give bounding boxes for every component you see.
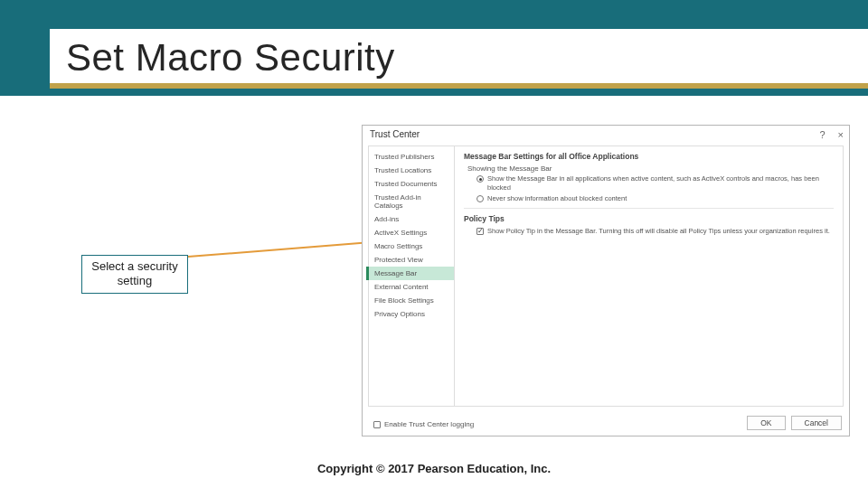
sidebar-item-macro-settings[interactable]: Macro Settings	[369, 239, 454, 253]
callout-box: Select a security setting	[81, 255, 188, 294]
slide-title: Set Macro Security	[50, 29, 868, 89]
settings-panel: Message Bar Settings for all Office Appl…	[455, 146, 843, 406]
dialog-title: Trust Center	[363, 126, 849, 141]
radio-show-message-bar[interactable]: Show the Message Bar in all applications…	[476, 174, 834, 192]
checkbox-icon	[373, 421, 381, 428]
callout-pointer	[188, 241, 369, 258]
group-policy-tips: Policy Tips	[464, 214, 834, 223]
sidebar-item-trusted-locations[interactable]: Trusted Locations	[369, 164, 454, 177]
sidebar-item-file-block-settings[interactable]: File Block Settings	[369, 294, 454, 307]
sidebar-item-protected-view[interactable]: Protected View	[369, 253, 454, 267]
radio-icon	[476, 195, 484, 202]
check-policy-tip[interactable]: Show Policy Tip in the Message Bar. Turn…	[476, 227, 834, 236]
enable-logging[interactable]: Enable Trust Center logging	[373, 420, 474, 428]
help-icon[interactable]: ?	[819, 129, 825, 140]
copyright-text: Copyright © 2017 Pearson Education, Inc.	[0, 462, 868, 475]
radio-label: Never show information about blocked con…	[487, 194, 627, 203]
radio-never-show[interactable]: Never show information about blocked con…	[476, 194, 834, 203]
sidebar-item-message-bar[interactable]: Message Bar	[369, 267, 454, 280]
ok-button[interactable]: OK	[747, 416, 785, 430]
trust-center-dialog: Trust Center ? × Trusted Publishers Trus…	[362, 125, 850, 436]
check-label: Show Policy Tip in the Message Bar. Turn…	[487, 227, 830, 236]
divider	[464, 208, 834, 209]
radio-label: Show the Message Bar in all applications…	[487, 174, 834, 192]
sidebar-item-activex-settings[interactable]: ActiveX Settings	[369, 226, 454, 239]
radio-icon	[476, 175, 484, 183]
dialog-sidebar: Trusted Publishers Trusted Locations Tru…	[369, 146, 455, 406]
checkbox-icon	[476, 228, 484, 235]
check-label: Enable Trust Center logging	[384, 420, 474, 428]
dialog-body: Trusted Publishers Trusted Locations Tru…	[368, 145, 844, 407]
sidebar-item-trusted-documents[interactable]: Trusted Documents	[369, 177, 454, 191]
sidebar-item-external-content[interactable]: External Content	[369, 280, 454, 294]
sidebar-item-addins[interactable]: Add-ins	[369, 212, 454, 226]
close-icon[interactable]: ×	[838, 129, 844, 140]
cancel-button[interactable]: Cancel	[791, 416, 842, 430]
group-showing-message-bar: Showing the Message Bar	[467, 164, 834, 173]
panel-heading: Message Bar Settings for all Office Appl…	[464, 152, 834, 161]
sidebar-item-trusted-publishers[interactable]: Trusted Publishers	[369, 150, 454, 164]
dialog-buttons: OK Cancel	[747, 416, 842, 430]
sidebar-item-trusted-addin-catalogs[interactable]: Trusted Add-in Catalogs	[369, 191, 454, 212]
sidebar-item-privacy-options[interactable]: Privacy Options	[369, 307, 454, 321]
